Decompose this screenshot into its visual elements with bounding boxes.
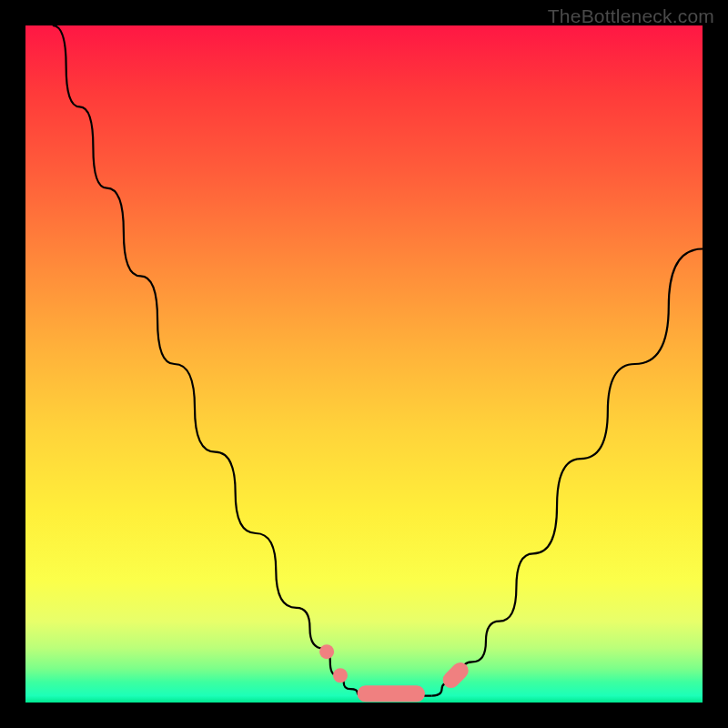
watermark-text: TheBottleneck.com <box>548 5 714 27</box>
chart-svg <box>25 25 703 703</box>
marker-dot-left-1 <box>319 644 334 659</box>
marker-pill-bottom <box>358 685 425 702</box>
bottleneck-chart <box>25 25 703 703</box>
marker-dot-left-2 <box>333 668 348 682</box>
curve-right-branch <box>431 249 703 696</box>
curve-left-branch <box>53 25 364 696</box>
